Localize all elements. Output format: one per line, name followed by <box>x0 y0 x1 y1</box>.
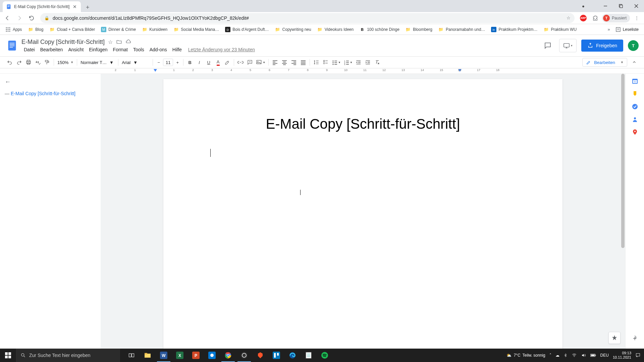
editing-mode-dropdown[interactable]: Bearbeiten ▼ <box>582 58 627 67</box>
menu-hilfe[interactable]: Hilfe <box>170 46 184 53</box>
decrease-font-button[interactable]: − <box>155 59 162 66</box>
align-center-button[interactable] <box>280 58 289 67</box>
account-dot-icon[interactable]: ● <box>576 0 591 12</box>
menu-tools[interactable]: Tools <box>131 46 147 53</box>
brave-icon[interactable] <box>252 349 268 362</box>
horizontal-ruler[interactable]: 2 1 1 2 3 4 5 6 7 8 9 10 11 12 13 14 15 … <box>0 68 644 74</box>
spotify-icon[interactable] <box>317 349 333 362</box>
reading-list-button[interactable]: Leseliste <box>613 25 641 34</box>
print-button[interactable] <box>24 58 33 67</box>
onedrive-icon[interactable]: ☁ <box>555 353 559 358</box>
minimize-button[interactable] <box>598 0 613 12</box>
increase-font-button[interactable]: + <box>174 59 181 66</box>
close-window-button[interactable] <box>629 0 644 12</box>
menu-ansicht[interactable]: Ansicht <box>66 46 86 53</box>
apps-button[interactable]: Apps <box>3 25 24 34</box>
align-right-button[interactable] <box>289 58 298 67</box>
spellcheck-button[interactable] <box>34 58 42 67</box>
address-bar[interactable]: 🔒 docs.google.com/document/d/1aLIz8dPMfR… <box>40 13 575 23</box>
powerpoint-icon[interactable]: P <box>188 349 204 362</box>
font-size-value[interactable]: 11 <box>163 59 173 66</box>
bookmarks-overflow[interactable]: » <box>605 27 612 32</box>
bulleted-list-button[interactable]: ▼ <box>331 58 342 67</box>
insert-image-button[interactable]: ▼ <box>255 58 266 67</box>
checklist-button[interactable] <box>321 58 330 67</box>
bookmark-item[interactable]: 📁Social Media Mana… <box>171 25 222 34</box>
bookmark-item[interactable]: 📁Praktikum WU <box>541 25 579 34</box>
scrollbar-thumb[interactable] <box>621 74 625 248</box>
start-button[interactable] <box>0 349 16 362</box>
contacts-icon[interactable] <box>632 116 638 123</box>
side-panel-toggle[interactable] <box>629 330 642 344</box>
clock[interactable]: 09:13 10.11.2021 <box>613 351 631 360</box>
doc-title[interactable]: E-Mail Copy [Schritt-für-Schritt] <box>21 39 105 46</box>
zoom-dropdown[interactable]: 150%▼ <box>56 60 75 65</box>
bookmark-item[interactable]: 📁Cload + Canva Bilder <box>47 25 98 34</box>
bold-button[interactable]: B <box>185 58 194 67</box>
paragraph-style-dropdown[interactable]: Normaler T…▼ <box>79 60 116 65</box>
browser-tab[interactable]: E-Mail Copy [Schritt-für-Schritt] ✕ <box>3 1 81 12</box>
taskbar-search[interactable]: Zur Suche Text hier eingeben <box>16 349 120 362</box>
cloud-status-icon[interactable] <box>125 39 131 45</box>
redo-button[interactable] <box>15 58 23 67</box>
comments-history-icon[interactable] <box>541 39 554 52</box>
tasks-icon[interactable] <box>632 103 638 110</box>
bookmark-item[interactable]: 📁Panoramabahn und… <box>436 25 488 34</box>
font-dropdown[interactable]: Arial▼ <box>120 60 151 65</box>
clear-format-button[interactable] <box>373 58 382 67</box>
last-edit[interactable]: Letzte Änderung vor 23 Minuten <box>188 47 255 52</box>
new-tab-button[interactable]: + <box>83 3 92 12</box>
maximize-button[interactable] <box>613 0 629 12</box>
abp-extension-icon[interactable]: ABP <box>578 13 589 23</box>
vertical-scrollbar[interactable] <box>621 74 625 349</box>
menu-einfuegen[interactable]: Einfügen <box>87 46 110 53</box>
align-left-button[interactable] <box>271 58 279 67</box>
bookmark-item[interactable]: 📁Bloomberg <box>403 25 435 34</box>
italic-button[interactable]: I <box>195 58 204 67</box>
collapse-toolbar-button[interactable] <box>630 58 639 67</box>
volume-icon[interactable] <box>581 353 586 358</box>
calendar-icon[interactable]: 31 <box>632 78 638 84</box>
photos-icon[interactable] <box>204 349 220 362</box>
bookmark-item[interactable]: inPraktikum Projektm… <box>488 25 540 34</box>
docs-logo[interactable] <box>5 39 19 52</box>
notepad-icon[interactable] <box>301 349 317 362</box>
trello-icon[interactable] <box>268 349 284 362</box>
numbered-list-button[interactable]: 123▼ <box>342 58 354 67</box>
excel-icon[interactable]: X <box>172 349 188 362</box>
highlight-button[interactable] <box>223 58 232 67</box>
edge-icon[interactable] <box>284 349 301 362</box>
tray-chevron-icon[interactable]: ˄ <box>549 353 551 358</box>
bluetooth-icon[interactable] <box>564 353 568 358</box>
text-color-button[interactable]: A <box>214 58 222 67</box>
move-icon[interactable] <box>116 39 122 45</box>
undo-button[interactable] <box>5 58 14 67</box>
profile-chip[interactable]: T Pausiert <box>602 14 630 22</box>
outline-back-button[interactable]: ← <box>5 78 96 85</box>
add-comment-button[interactable] <box>246 58 254 67</box>
chrome-menu-icon[interactable]: ⋮ <box>631 13 642 23</box>
maps-icon[interactable] <box>632 129 638 135</box>
bookmark-item[interactable]: 📁Blog <box>25 25 46 34</box>
task-view-button[interactable] <box>123 349 140 362</box>
underline-button[interactable]: U <box>204 58 213 67</box>
forward-button[interactable] <box>14 13 25 23</box>
bookmark-item[interactable]: DBois d'Argent Duft… <box>222 25 271 34</box>
share-button[interactable]: Freigeben <box>581 40 623 52</box>
bookmark-item[interactable]: MDinner & Crime <box>98 25 139 34</box>
extensions-icon[interactable] <box>590 13 601 23</box>
bookmark-item[interactable]: 📁Copywriting neu <box>272 25 314 34</box>
language-indicator[interactable]: DEU <box>600 353 609 358</box>
close-tab-icon[interactable]: ✕ <box>72 4 77 9</box>
weather-widget[interactable]: ⛅ 7°C Teilw. sonnig <box>506 353 545 358</box>
menu-datei[interactable]: Datei <box>21 46 37 53</box>
obs-icon[interactable] <box>236 349 252 362</box>
star-icon[interactable]: ☆ <box>108 39 113 45</box>
file-explorer-icon[interactable] <box>140 349 156 362</box>
present-button[interactable]: ▾ <box>559 39 577 52</box>
word-icon[interactable]: W <box>156 349 172 362</box>
account-avatar[interactable]: T <box>628 40 639 51</box>
keep-icon[interactable] <box>632 90 638 97</box>
bookmark-item[interactable]: 📁Videokurs Ideen <box>315 25 357 34</box>
battery-icon[interactable] <box>590 353 596 357</box>
